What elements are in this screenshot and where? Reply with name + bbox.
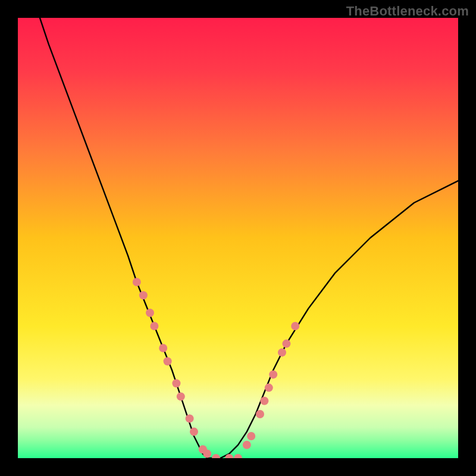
data-dot xyxy=(172,379,180,387)
chart-svg xyxy=(18,18,458,458)
data-dot xyxy=(139,291,148,299)
data-dot xyxy=(146,309,154,317)
data-dot xyxy=(150,322,158,330)
watermark-text: TheBottleneck.com xyxy=(346,4,469,19)
data-dot xyxy=(282,340,290,348)
data-dot xyxy=(133,278,141,286)
data-dot xyxy=(186,414,194,422)
data-dot xyxy=(260,397,268,405)
gradient-background xyxy=(18,18,458,458)
data-dot xyxy=(159,344,167,352)
data-dot xyxy=(177,392,185,400)
data-dot xyxy=(265,384,273,392)
data-dot xyxy=(269,370,277,378)
data-dot xyxy=(291,322,299,330)
chart-frame: TheBottleneck.com xyxy=(0,0,476,476)
data-dot xyxy=(243,441,251,449)
data-dot xyxy=(256,410,264,418)
data-dot xyxy=(278,348,286,356)
data-dot xyxy=(247,432,255,440)
data-dot xyxy=(190,428,198,436)
plot-area xyxy=(18,18,458,458)
data-dot xyxy=(164,357,172,365)
data-dot xyxy=(203,450,211,458)
